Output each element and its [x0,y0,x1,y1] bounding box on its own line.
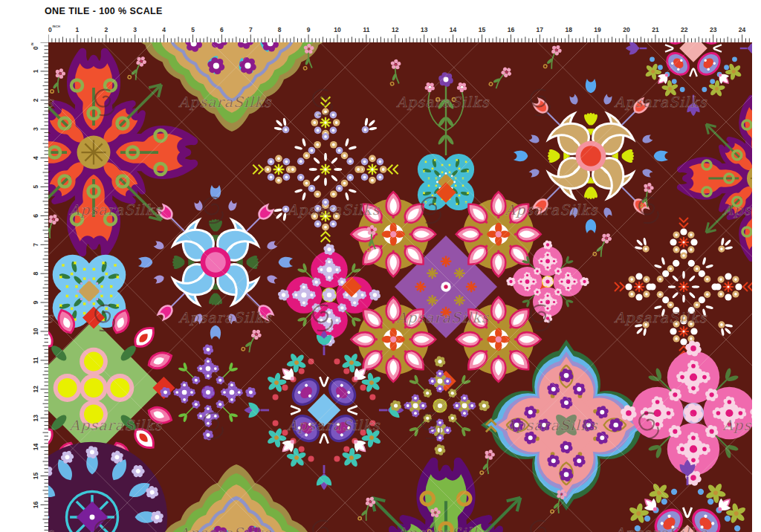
svg-text:INCH: INCH [30,42,34,46]
svg-text:3: 3 [32,127,39,131]
svg-text:22: 22 [681,26,688,33]
svg-text:11: 11 [363,26,369,33]
watermark-text: ApsaraSilks [48,525,54,532]
svg-text:14: 14 [450,26,457,33]
watermark-text: ApsaraSilks [287,417,380,433]
watermark-text: ApsaraSilks [505,417,598,433]
svg-text:11: 11 [32,357,39,363]
svg-text:8: 8 [32,272,39,276]
svg-text:17: 17 [537,26,544,33]
watermark-text: ApsaraSilks [722,417,752,433]
watermark-text: ApsaraSilks [69,201,163,218]
svg-text:3: 3 [133,26,137,33]
svg-text:5: 5 [32,185,39,189]
svg-text:4: 4 [162,26,166,33]
horizontal-ruler-scale: 0INCH12345678910111213141516171819202122… [48,21,753,42]
watermark-text: ApsaraSilks [396,309,490,325]
watermark-text: ApsaraSilks [178,309,272,325]
pattern-tile: ApsaraSilksApsaraSilksApsaraSilksApsaraS… [48,42,752,532]
vertical-ruler: 0INCH12345678910111213141516 [27,42,48,532]
svg-text:12: 12 [32,386,39,393]
svg-text:4: 4 [32,156,39,160]
svg-text:2: 2 [104,26,108,33]
svg-text:10: 10 [334,26,341,33]
svg-text:24: 24 [739,26,746,33]
vertical-ruler-scale: 0INCH12345678910111213141516 [27,42,48,532]
svg-text:10: 10 [32,328,39,335]
svg-text:23: 23 [710,26,717,33]
svg-text:7: 7 [249,26,253,33]
ruler-unit-label: INCH [53,25,61,28]
horizontal-ruler: 0INCH12345678910111213141516171819202122… [48,21,753,42]
svg-text:0: 0 [32,46,39,50]
svg-text:8: 8 [278,26,282,33]
svg-text:19: 19 [594,26,601,33]
watermark-text: ApsaraSilks [178,94,272,110]
svg-text:7: 7 [32,243,39,247]
textile-proof-page: ONE TILE - 100 % SCALE 0INCH123456789101… [0,0,761,532]
watermark-text: ApsaraSilks [69,417,163,433]
watermark-text: ApsaraSilks [396,525,490,532]
svg-text:9: 9 [32,300,39,304]
svg-text:16: 16 [508,26,515,33]
svg-text:1: 1 [32,69,39,73]
svg-text:9: 9 [307,26,311,33]
svg-text:14: 14 [32,444,39,451]
svg-text:6: 6 [220,26,224,33]
svg-text:12: 12 [392,26,399,33]
watermark-text: ApsaraSilks [505,201,598,218]
watermark-text: ApsaraSilks [614,525,707,532]
watermark-text: ApsaraSilks [396,94,490,110]
svg-text:1: 1 [76,26,80,33]
watermark-text: ApsaraSilks [614,309,707,325]
svg-text:13: 13 [32,415,39,422]
pattern-canvas: ApsaraSilksApsaraSilksApsaraSilksApsaraS… [48,42,752,532]
watermark-text: ApsaraSilks [287,201,380,218]
svg-text:18: 18 [565,26,572,33]
svg-text:5: 5 [191,26,195,33]
svg-text:6: 6 [32,214,39,218]
svg-text:13: 13 [421,26,428,33]
watermark-text: ApsaraSilks [722,201,752,218]
svg-text:15: 15 [479,26,486,33]
svg-text:16: 16 [32,501,39,508]
watermark-text: ApsaraSilks [178,525,272,532]
watermark-text: ApsaraSilks [48,309,54,325]
svg-text:15: 15 [32,473,39,480]
svg-text:20: 20 [623,26,630,33]
watermark-text: ApsaraSilks [614,94,707,110]
page-title: ONE TILE - 100 % SCALE [45,6,163,16]
svg-text:2: 2 [32,98,39,102]
ruler-origin-label: 0 [48,26,52,33]
svg-text:21: 21 [652,26,659,33]
watermark-text: ApsaraSilks [48,94,54,110]
